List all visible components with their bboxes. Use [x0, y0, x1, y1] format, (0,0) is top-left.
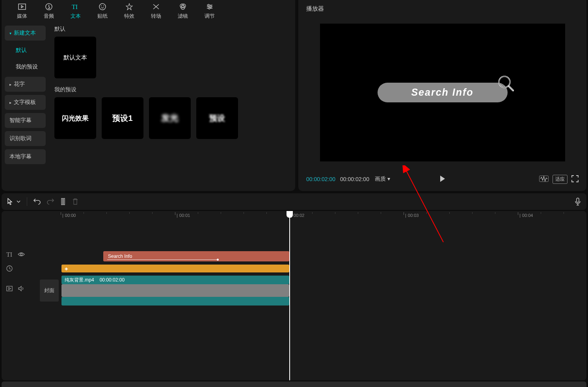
- adjust-icon: [206, 2, 213, 11]
- player-panel: 播放器 Search Info 00:00:02:00: [298, 0, 586, 191]
- sidebar-subtitle[interactable]: 智能字幕: [5, 113, 46, 128]
- tab-filter[interactable]: 滤镜: [169, 0, 196, 22]
- sidebar-new-text[interactable]: ▾ 新建文本: [5, 26, 46, 41]
- svg-rect-17: [61, 198, 63, 205]
- audio-clip[interactable]: ◈: [61, 265, 289, 272]
- asset-preset-1[interactable]: 闪光效果: [54, 97, 96, 139]
- waveform-icon[interactable]: [539, 176, 549, 183]
- preview-controls: 00:00:02:00 00:00:02:00 画质 ▾ 适应: [298, 167, 586, 191]
- mic-button[interactable]: [575, 198, 581, 206]
- section-title-presets: 我的预设: [54, 86, 290, 93]
- fit-button[interactable]: 适应: [553, 175, 568, 184]
- cover-button[interactable]: 封面: [40, 280, 59, 302]
- redo-button[interactable]: [47, 198, 54, 205]
- svg-point-11: [208, 7, 210, 9]
- preview-area: Search Info: [298, 17, 586, 167]
- timeline-toolbar: [2, 193, 586, 210]
- time-current: 00:00:02:00: [306, 176, 335, 182]
- video-clip-header[interactable]: 纯灰背景.mp4 00:00:02:00: [61, 276, 289, 284]
- sidebar-local-subtitle[interactable]: 本地字幕: [5, 149, 46, 164]
- svg-rect-22: [7, 286, 12, 291]
- text-track-icon[interactable]: TI: [6, 251, 12, 258]
- caret-right-icon: ▸: [9, 100, 11, 105]
- sticker-icon: [99, 2, 106, 11]
- sidebar-lyrics[interactable]: 识别歌词: [5, 131, 46, 146]
- main-toolbar: 媒体 音频 TI 文本 贴纸 特效 转场: [2, 0, 295, 22]
- svg-text:TI: TI: [72, 4, 78, 10]
- tab-sticker[interactable]: 贴纸: [89, 0, 116, 22]
- tab-effects[interactable]: 特效: [116, 0, 143, 22]
- tab-text[interactable]: TI 文本: [62, 0, 89, 22]
- sidebar-fancy[interactable]: ▸ 花字: [5, 77, 46, 92]
- bottom-scroll[interactable]: [2, 381, 586, 387]
- video-clip-footer[interactable]: [61, 297, 289, 306]
- ruler[interactable]: |00:00 |00:01 |00:02 |00:03 |00:04: [61, 211, 586, 220]
- tab-transition[interactable]: 转场: [143, 0, 169, 22]
- media-icon: [18, 2, 26, 11]
- audio-icon: [45, 2, 52, 11]
- timeline[interactable]: |00:00 |00:01 |00:02 |00:03 |00:04 TI: [2, 211, 586, 380]
- svg-line-15: [509, 86, 513, 91]
- svg-rect-19: [577, 198, 579, 202]
- caret-down-icon: ▾: [9, 31, 11, 35]
- asset-area: 默认 默认文本 我的预设 闪光效果 预设1 发光: [49, 22, 295, 191]
- video-clip-body[interactable]: [61, 284, 289, 297]
- text-sidebar: ▾ 新建文本 默认 我的预设 ▸ 花字 ▸ 文字模板 智能字幕 识别歌词: [2, 22, 49, 191]
- tab-media[interactable]: 媒体: [9, 0, 35, 22]
- svg-rect-18: [63, 198, 65, 205]
- filter-icon: [179, 2, 186, 11]
- mute-icon[interactable]: [18, 286, 24, 293]
- audio-wave-icon: ◈: [65, 266, 68, 271]
- playhead-handle[interactable]: [287, 211, 293, 218]
- assets-panel: 媒体 音频 TI 文本 贴纸 特效 转场: [2, 0, 295, 191]
- fullscreen-icon[interactable]: [571, 175, 579, 183]
- svg-point-3: [99, 4, 106, 10]
- asset-preset-4[interactable]: 预设: [196, 97, 238, 139]
- caret-right-icon: ▸: [9, 82, 11, 87]
- section-title-default: 默认: [54, 26, 290, 33]
- sidebar-my-presets[interactable]: 我的预设: [5, 60, 46, 74]
- svg-point-10: [210, 6, 212, 7]
- svg-point-4: [101, 6, 102, 6]
- cursor-dropdown[interactable]: [17, 200, 20, 203]
- asset-default-text[interactable]: 默认文本: [54, 37, 96, 78]
- preview-canvas[interactable]: Search Info: [320, 24, 565, 161]
- time-total: 00:00:02:00: [340, 176, 369, 182]
- cursor-tool[interactable]: [7, 198, 13, 205]
- quality-dropdown[interactable]: 画质 ▾: [375, 176, 390, 183]
- magnifier-icon: [497, 74, 515, 94]
- clock-icon[interactable]: [6, 265, 13, 273]
- video-track-icon[interactable]: [6, 286, 13, 293]
- svg-point-20: [20, 253, 22, 255]
- tab-adjust[interactable]: 调节: [196, 0, 223, 22]
- split-button[interactable]: [60, 198, 66, 205]
- effects-icon: [126, 2, 133, 11]
- svg-rect-0: [19, 4, 26, 9]
- sidebar-template[interactable]: ▸ 文字模板: [5, 95, 46, 110]
- visibility-icon[interactable]: [18, 252, 25, 258]
- playhead[interactable]: [289, 211, 290, 380]
- text-icon: TI: [72, 2, 80, 11]
- sidebar-default[interactable]: 默认: [5, 44, 46, 57]
- text-clip[interactable]: Search Info: [103, 251, 289, 261]
- undo-button[interactable]: [33, 198, 41, 205]
- play-button[interactable]: [439, 175, 446, 183]
- svg-point-5: [103, 6, 104, 6]
- player-title: 播放器: [298, 0, 586, 17]
- svg-point-9: [208, 4, 209, 6]
- transition-icon: [153, 2, 160, 11]
- tab-audio[interactable]: 音频: [35, 0, 62, 22]
- delete-button[interactable]: [72, 198, 78, 205]
- asset-preset-2[interactable]: 预设1: [102, 97, 143, 139]
- preview-search-pill: Search Info: [378, 83, 508, 102]
- asset-preset-3[interactable]: 发光: [149, 97, 191, 139]
